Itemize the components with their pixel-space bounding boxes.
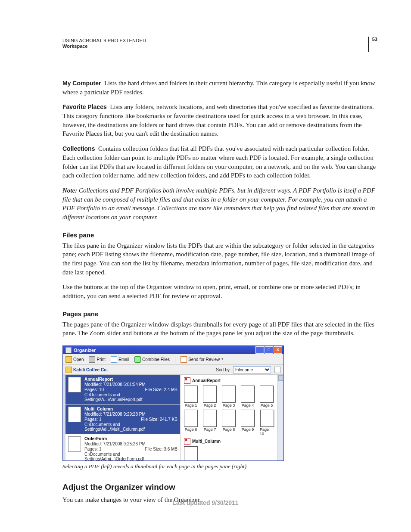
text-collections: Contains collection folders that list al… <box>62 145 376 179</box>
figure-caption: Selecting a PDF (left) reveals a thumbna… <box>62 463 377 470</box>
sort-label: Sort by <box>216 367 230 372</box>
file-path: C:\Documents and Settings\Ad...\Multi_Co… <box>84 422 177 432</box>
page-thumb[interactable]: Page 4 <box>241 386 255 408</box>
app-icon <box>65 347 72 353</box>
file-path: C:\Documents and Settings\Admi...\OrderF… <box>84 452 177 460</box>
file-size: File Size: 2.4 MB <box>145 387 177 392</box>
file-thumb <box>68 436 81 452</box>
email-label: Email <box>118 357 129 362</box>
doc-title-label: Multi_Column <box>192 439 221 444</box>
page-thumb[interactable]: Page 6 <box>184 410 198 436</box>
page-thumb[interactable]: Page 5 <box>260 386 274 408</box>
combine-icon <box>134 356 141 363</box>
para-files-pane-2: Use the buttons at the top of the Organi… <box>62 283 377 300</box>
open-button[interactable]: Open <box>65 356 84 363</box>
subbar: Kahili Coffee Co. Sort by Filename <box>63 365 283 375</box>
sort-direction-icon[interactable] <box>274 367 281 373</box>
file-name: AnnualReport <box>84 377 177 382</box>
breadcrumb[interactable]: Kahili Coffee Co. <box>65 367 108 373</box>
page-thumb[interactable]: Page 9 <box>241 410 255 436</box>
file-pages: Pages: 1 <box>84 417 101 422</box>
para-pages-pane-1: The pages pane of the Organizer window d… <box>62 320 377 338</box>
maximize-button[interactable]: □ <box>265 346 273 354</box>
pages-pane: AnnualReport Page 1 Page 2 Page 3 Page 4… <box>181 375 277 460</box>
file-modified: Modified: 7/21/2008 9:29:28 PM <box>84 412 177 417</box>
combine-button[interactable]: Combine Files <box>134 356 170 363</box>
run-in-fav: Favorite Places <box>62 103 107 110</box>
thumb-row: Page 1 <box>184 446 274 460</box>
page-number-value: 53 <box>372 37 377 42</box>
folder-icon <box>65 356 72 363</box>
print-button[interactable]: Print <box>89 356 106 363</box>
text-note: Collections and PDF Portfolios both invo… <box>62 187 375 221</box>
open-label: Open <box>73 357 84 362</box>
doc-title: Multi_Column <box>184 438 274 445</box>
file-modified: Modified: 7/21/2008 5:01:54 PM <box>84 382 177 387</box>
review-icon <box>181 356 187 363</box>
file-item[interactable]: AnnualReport Modified: 7/21/2008 5:01:54… <box>63 375 180 404</box>
run-in-collections: Collections <box>62 145 95 152</box>
page-thumb[interactable]: Page 7 <box>203 410 217 436</box>
file-item[interactable]: Multi_Column Modified: 7/21/2008 9:29:28… <box>63 404 180 434</box>
printer-icon <box>89 356 95 363</box>
para-my-computer: My Computer Lists the hard drives and fo… <box>62 79 377 96</box>
run-in-my-computer: My Computer <box>62 80 101 87</box>
close-button[interactable]: ✕ <box>274 346 282 354</box>
chevron-down-icon: ▾ <box>221 358 223 361</box>
toolbar: Open Print Email Combine Files Send for … <box>63 354 283 365</box>
combine-label: Combine Files <box>142 357 170 362</box>
heading-files-pane: Files pane <box>62 231 377 239</box>
thumb-row: Page 1 Page 2 Page 3 Page 4 Page 5 <box>184 386 274 408</box>
window-title: Organizer <box>74 348 96 353</box>
page-thumb[interactable]: Page 10 <box>260 410 274 436</box>
page-thumb[interactable]: Page 1 <box>184 386 198 408</box>
file-pages: Pages: 10 <box>84 387 104 392</box>
doc-header: USING ACROBAT 9 PRO EXTENDED Workspace <box>62 38 377 49</box>
text-my-computer: Lists the hard drives and folders in the… <box>62 80 375 96</box>
para-note: Note: Collections and PDF Portfolios bot… <box>62 186 377 222</box>
file-size: File Size: 3.6 MB <box>145 447 177 451</box>
page-thumb[interactable]: Page 2 <box>203 386 217 408</box>
review-button[interactable]: Send for Review▾ <box>181 356 223 363</box>
file-name: Multi_Column <box>84 407 177 411</box>
file-size: File Size: 241.7 KB <box>141 417 177 422</box>
folder-icon <box>65 367 72 373</box>
organizer-window: Organizer – □ ✕ Open Print Email Combine… <box>62 345 284 461</box>
page-number: 53 <box>368 37 377 52</box>
splitter[interactable] <box>63 375 65 460</box>
panes: AnnualReport Modified: 7/21/2008 5:01:54… <box>63 375 283 460</box>
file-name: OrderForm <box>84 436 177 441</box>
email-icon <box>111 356 117 363</box>
breadcrumb-label: Kahili Coffee Co. <box>73 367 108 372</box>
print-label: Print <box>97 357 106 362</box>
pdf-icon <box>184 377 190 384</box>
doc-title-label: AnnualReport <box>192 378 221 383</box>
heading-adjust: Adjust the Organizer window <box>62 482 377 492</box>
footer: Last updated 9/30/2011 <box>0 499 411 506</box>
doc-header-chapter: Workspace <box>62 44 377 49</box>
review-label: Send for Review <box>188 357 220 362</box>
file-thumb <box>68 407 81 422</box>
para-favorite-places: Favorite Places Lists any folders, netwo… <box>62 103 377 138</box>
toolbar-separator <box>175 356 175 363</box>
email-button[interactable]: Email <box>111 356 129 363</box>
minimize-button[interactable]: – <box>255 346 264 354</box>
file-pages: Pages: 1 <box>84 447 101 451</box>
sort-select[interactable]: Filename <box>233 366 271 373</box>
scroll-up-icon[interactable] <box>278 375 283 381</box>
files-pane: AnnualReport Modified: 7/21/2008 5:01:54… <box>63 375 181 460</box>
text-fav: Lists any folders, network locations, an… <box>62 103 374 137</box>
titlebar[interactable]: Organizer – □ ✕ <box>63 346 283 354</box>
doc-header-product: USING ACROBAT 9 PRO EXTENDED <box>62 38 377 43</box>
page-thumb[interactable]: Page 1 <box>184 446 198 460</box>
para-collections: Collections Contains collection folders … <box>62 144 377 180</box>
file-path: C:\Documents and Settings\A...\AnnualRep… <box>84 392 177 402</box>
run-in-note: Note: <box>62 187 77 194</box>
file-item[interactable]: OrderForm Modified: 7/21/2008 9:25:23 PM… <box>63 434 180 460</box>
page-thumb[interactable]: Page 3 <box>222 386 236 408</box>
scrollbar[interactable] <box>277 375 283 460</box>
page-thumb[interactable]: Page 8 <box>222 410 236 436</box>
heading-pages-pane: Pages pane <box>62 310 377 317</box>
para-files-pane-1: The files pane in the Organizer window l… <box>62 241 377 277</box>
page: 53 USING ACROBAT 9 PRO EXTENDED Workspac… <box>0 0 411 532</box>
